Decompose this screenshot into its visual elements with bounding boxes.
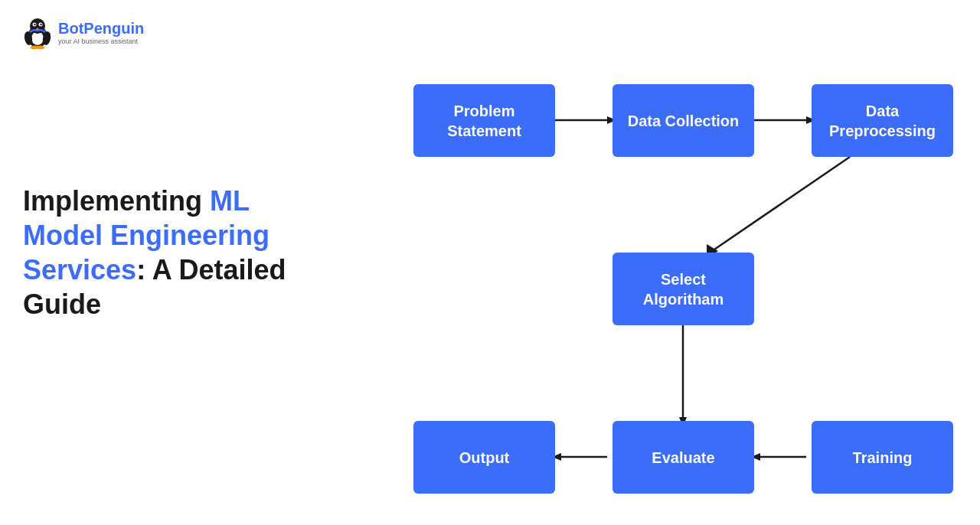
label-algorithm: SelectAlgoritham — [643, 269, 724, 309]
svg-point-6 — [40, 24, 41, 25]
svg-point-5 — [34, 24, 35, 25]
title-prefix: Implementing — [23, 185, 210, 217]
label-preprocessing: DataPreprocessing — [829, 101, 936, 141]
box-output: Output — [413, 421, 555, 494]
flowchart: ProblemStatement Data Collection DataPre… — [368, 46, 965, 520]
logo-text: BotPenguin your AI business assistant — [58, 20, 144, 46]
label-problem: ProblemStatement — [447, 101, 521, 141]
logo: BotPenguin your AI business assistant — [23, 15, 144, 50]
box-data-preprocessing: DataPreprocessing — [812, 84, 953, 157]
box-select-algorithm: SelectAlgoritham — [612, 253, 754, 325]
main-title: Implementing ML Model Engineering Servic… — [23, 184, 314, 321]
svg-line-16 — [712, 157, 850, 251]
label-datacollection: Data Collection — [628, 111, 740, 131]
logo-tagline: your AI business assistant — [58, 38, 144, 46]
label-training: Training — [853, 448, 913, 468]
logo-icon — [23, 15, 52, 50]
label-evaluate: Evaluate — [652, 448, 714, 468]
box-training: Training — [812, 421, 953, 494]
main-title-area: Implementing ML Model Engineering Servic… — [23, 184, 314, 321]
label-output: Output — [459, 448, 510, 468]
logo-name: BotPenguin — [58, 20, 144, 37]
box-data-collection: Data Collection — [612, 84, 754, 157]
svg-point-11 — [37, 46, 44, 50]
box-evaluate: Evaluate — [612, 421, 754, 494]
box-problem-statement: ProblemStatement — [413, 84, 555, 157]
